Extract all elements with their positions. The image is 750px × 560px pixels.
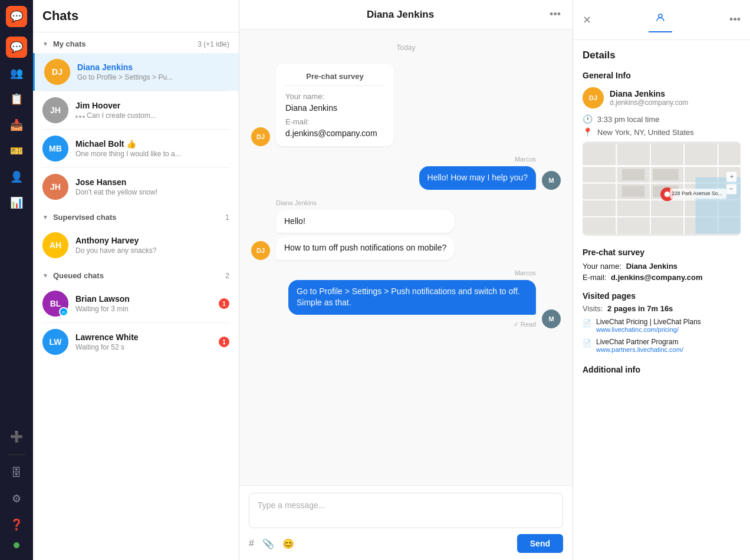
nav-reports[interactable]: 📋 <box>6 88 27 110</box>
survey-title: Pre-chat survey <box>285 72 384 86</box>
right-panel-header: ✕ ••• <box>573 0 750 40</box>
svg-point-33 <box>665 192 670 197</box>
pre-chat-survey-title: Pre-chat survey <box>583 248 741 257</box>
additional-info-section: Additional info <box>583 365 741 374</box>
nav-stats[interactable]: 📊 <box>6 192 27 213</box>
avatar-jose: JH <box>42 174 68 200</box>
tab-visitor-info[interactable] <box>649 7 672 32</box>
general-info-title: General Info <box>583 71 741 80</box>
message-sender-diana: Diana Jenkins <box>276 199 455 206</box>
visits-stat: Visits: 2 pages in 7m 16s <box>583 304 741 313</box>
message-diana-content: Diana Jenkins Hello! How to turn off pus… <box>276 199 455 260</box>
date-divider: Today <box>251 44 561 52</box>
survey-name-label-detail: Your name: <box>583 262 621 271</box>
page-title-1: LiveChat Pricing | LiveChat Plans <box>596 318 701 326</box>
survey-name-row: Your name: Diana Jenkins <box>583 262 741 271</box>
more-options-button[interactable]: ••• <box>550 8 561 21</box>
svg-text:DJ: DJ <box>52 67 63 77</box>
nav-add-widget[interactable]: ➕ <box>6 426 27 447</box>
svg-text:JH: JH <box>50 182 61 192</box>
user-info-text: Diana Jenkins d.jenkins@company.com <box>610 89 688 107</box>
nav-help[interactable]: ❓ <box>6 514 27 535</box>
message-diana-group: DJ Diana Jenkins Hello! How to turn off … <box>251 199 561 260</box>
chat-item-brian[interactable]: BL m Brian Lawson Waiting for 3 min 1 <box>33 285 239 322</box>
chat-item-jose[interactable]: JH Jose Hansen Don't eat the yellow snow… <box>33 168 239 206</box>
svg-text:228 Park Avenue So...: 228 Park Avenue So... <box>672 190 722 196</box>
bubble-question-diana: How to turn off push notifications on mo… <box>276 236 455 260</box>
bubble-hello-diana: Hello! <box>276 210 455 233</box>
pre-chat-survey-bubble: Pre-chat survey Your name: Diana Jenkins… <box>276 64 394 146</box>
my-chats-section-header[interactable]: ▼ My chats 3 (+1 idle) <box>33 32 239 53</box>
avatar-lawrence: LW <box>42 329 68 355</box>
survey-name-label: Your name: <box>285 92 384 101</box>
right-panel-close-action: ✕ <box>583 14 591 27</box>
chat-preview-jose: Don't eat the yellow snow! <box>75 188 229 196</box>
bubble-hello: Hello! How may I help you? <box>419 166 536 190</box>
send-button[interactable]: Send <box>517 534 563 553</box>
user-info-email: d.jenkins@company.com <box>610 98 688 107</box>
chat-item-jose-content: Jose Hansen Don't eat the yellow snow! <box>75 177 229 196</box>
chat-item-michael[interactable]: MB Michael Bolt 👍 One more thing I would… <box>33 130 239 167</box>
chat-name-jim: Jim Hoover <box>75 101 229 110</box>
page-content-2: LiveChat Partner Program www.partners.li… <box>596 338 683 353</box>
chat-item-diana[interactable]: DJ Diana Jenkins Go to Profile > Setting… <box>33 53 239 91</box>
chat-header-title: Diana Jenkins <box>367 9 434 21</box>
read-status: ✓ Read <box>288 321 536 328</box>
nav-tickets[interactable]: 🎫 <box>6 140 27 162</box>
bubble-answer: Go to Profile > Settings > Push notifica… <box>288 280 536 315</box>
brand-icon[interactable]: 💬 <box>6 6 27 27</box>
nav-chats[interactable]: 💬 <box>6 37 27 58</box>
close-panel-button[interactable]: ✕ <box>583 14 591 27</box>
additional-info-title: Additional info <box>583 365 741 374</box>
survey-name-value: Diana Jenkins <box>285 103 384 113</box>
chat-item-anthony-content: Anthony Harvey Do you have any snacks? <box>75 236 229 255</box>
nav-visitors[interactable]: 👤 <box>6 166 27 187</box>
survey-email-label: E-mail: <box>285 117 384 126</box>
chat-item-lawrence[interactable]: LW Lawrence White Waiting for 52 s 1 <box>33 323 239 361</box>
visits-value: 2 pages in 7m 16s <box>607 304 673 313</box>
svg-text:m: m <box>62 309 65 314</box>
message-survey-group: DJ Pre-chat survey Your name: Diana Jenk… <box>251 64 561 146</box>
chat-item-diana-content: Diana Jenkins Go to Profile > Settings >… <box>77 62 229 81</box>
hashtag-button[interactable]: # <box>249 538 254 549</box>
page-title-2: LiveChat Partner Program <box>596 338 683 346</box>
attachment-button[interactable]: 📎 <box>262 538 274 549</box>
michael-emoji: 👍 <box>126 139 136 149</box>
queued-chats-chevron: ▼ <box>42 272 48 279</box>
page-item-2: 📄 LiveChat Partner Program www.partners.… <box>583 338 741 353</box>
chat-messages: Today DJ Pre-chat survey Your name: Dian… <box>239 29 573 485</box>
svg-rect-28 <box>622 169 644 180</box>
chat-item-jim[interactable]: JH Jim Hoover Can I create custom... <box>33 91 239 129</box>
my-chats-count: 3 (+1 idle) <box>198 40 229 48</box>
avatar-diana: DJ <box>44 59 70 85</box>
details-title: Details <box>583 50 741 61</box>
right-panel-more-button[interactable]: ••• <box>729 14 741 26</box>
emoji-button[interactable]: 😊 <box>282 538 294 549</box>
icon-bar: 💬 💬 👥 📋 📥 🎫 👤 📊 ➕ 🗄 ⚙ ❓ <box>0 0 33 560</box>
chat-item-lawrence-content: Lawrence White Waiting for 52 s <box>75 332 212 351</box>
nav-settings[interactable]: ⚙ <box>6 488 27 509</box>
chat-preview-brian: Waiting for 3 min <box>75 305 212 313</box>
page-url-1[interactable]: www.livechatinc.com/pricing/ <box>596 326 701 333</box>
nav-inbox[interactable]: 📥 <box>6 114 27 136</box>
chat-item-jim-content: Jim Hoover Can I create custom... <box>75 101 229 120</box>
chat-list-header: Chats <box>33 0 239 32</box>
chat-input-area: Type a message... # 📎 😊 Send <box>239 485 573 560</box>
chat-list-panel: Chats ▼ My chats 3 (+1 idle) DJ Diana Je… <box>33 0 239 560</box>
supervised-chats-section-header[interactable]: ▼ Supervised chats 1 <box>33 206 239 226</box>
page-url-2[interactable]: www.partners.livechatinc.com/ <box>596 346 683 353</box>
chat-preview-anthony: Do you have any snacks? <box>75 246 229 255</box>
badge-lawrence: 1 <box>219 337 229 347</box>
message-input[interactable]: Type a message... <box>249 493 563 528</box>
queued-chats-section-header[interactable]: ▼ Queued chats 2 <box>33 264 239 285</box>
chat-list-body: ▼ My chats 3 (+1 idle) DJ Diana Jenkins … <box>33 32 239 560</box>
nav-team[interactable]: 👥 <box>6 62 27 84</box>
page-item-1: 📄 LiveChat Pricing | LiveChat Plans www.… <box>583 318 741 333</box>
chat-preview-lawrence: Waiting for 52 s <box>75 343 212 351</box>
chat-item-anthony[interactable]: AH Anthony Harvey Do you have any snacks… <box>33 226 239 264</box>
location-text: New York, NY, United States <box>597 128 694 137</box>
visited-pages-title: Visited pages <box>583 291 741 301</box>
nav-archive[interactable]: 🗄 <box>6 462 27 483</box>
avatar-michael: MB <box>42 136 68 162</box>
svg-text:+: + <box>730 173 734 180</box>
